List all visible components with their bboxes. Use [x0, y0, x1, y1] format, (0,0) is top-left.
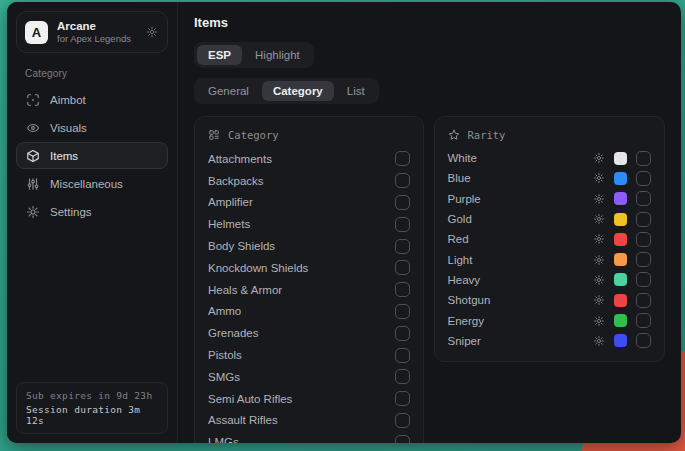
- page-title: Items: [194, 15, 665, 30]
- rarity-row-label: Blue: [448, 172, 584, 184]
- rarity-row-label: White: [448, 152, 584, 164]
- color-swatch[interactable]: [614, 314, 627, 327]
- checkbox[interactable]: [636, 272, 651, 287]
- sidebar-item-visuals[interactable]: Visuals: [16, 114, 168, 141]
- gear-icon[interactable]: [593, 335, 605, 347]
- rarity-row-label: Heavy: [448, 274, 584, 286]
- brand-title: Arcane: [57, 19, 131, 33]
- brand-card: A Arcane for Apex Legends: [16, 11, 168, 53]
- checkbox[interactable]: [395, 369, 410, 384]
- gear-icon[interactable]: [593, 315, 605, 327]
- checkbox[interactable]: [636, 212, 651, 227]
- gear-icon[interactable]: [593, 152, 605, 164]
- checkbox[interactable]: [636, 252, 651, 267]
- category-row-label: Helmets: [208, 218, 250, 230]
- color-swatch[interactable]: [614, 192, 627, 205]
- color-swatch[interactable]: [614, 294, 627, 307]
- category-row-label: Semi Auto Rifles: [208, 393, 292, 405]
- category-row: Attachments: [208, 148, 410, 170]
- rarity-row: Light: [448, 249, 651, 269]
- gear-icon[interactable]: [593, 274, 605, 286]
- color-swatch[interactable]: [614, 172, 627, 185]
- checkbox[interactable]: [636, 333, 651, 348]
- brand-subtitle: for Apex Legends: [57, 33, 131, 45]
- mode-tab[interactable]: Highlight: [244, 45, 311, 65]
- box-icon: [26, 149, 40, 163]
- category-row: Grenades: [208, 322, 410, 344]
- sidebar-item-items[interactable]: Items: [16, 142, 168, 169]
- session-duration-text: Session duration 3m 12s: [26, 404, 158, 426]
- checkbox[interactable]: [636, 171, 651, 186]
- category-row: Semi Auto Rifles: [208, 388, 410, 410]
- sidebar-item-aimbot[interactable]: Aimbot: [16, 86, 168, 113]
- rarity-row-label: Gold: [448, 213, 584, 225]
- color-swatch[interactable]: [614, 213, 627, 226]
- mode-tab[interactable]: ESP: [197, 45, 242, 65]
- sidebar-item-settings[interactable]: Settings: [16, 198, 168, 225]
- checkbox[interactable]: [636, 232, 651, 247]
- rarity-row: Blue: [448, 168, 651, 188]
- checkbox[interactable]: [395, 326, 410, 341]
- category-row-label: Pistols: [208, 349, 242, 361]
- view-tab[interactable]: General: [197, 81, 260, 101]
- checkbox[interactable]: [395, 435, 410, 443]
- brand-logo: A: [25, 21, 48, 44]
- gear-icon[interactable]: [593, 254, 605, 266]
- category-row-label: Grenades: [208, 327, 259, 339]
- view-tab[interactable]: List: [336, 81, 376, 101]
- checkbox[interactable]: [395, 195, 410, 210]
- star-icon: [448, 129, 460, 141]
- category-row-label: Ammo: [208, 305, 241, 317]
- checkbox[interactable]: [395, 239, 410, 254]
- sliders-icon: [26, 177, 40, 191]
- checkbox[interactable]: [636, 151, 651, 166]
- checkbox[interactable]: [395, 282, 410, 297]
- color-swatch[interactable]: [614, 253, 627, 266]
- rarity-row: Gold: [448, 209, 651, 229]
- gear-icon[interactable]: [593, 233, 605, 245]
- rarity-row-label: Purple: [448, 193, 584, 205]
- sidebar-section-label: Category: [25, 68, 168, 79]
- checkbox[interactable]: [636, 313, 651, 328]
- checkbox[interactable]: [636, 293, 651, 308]
- sidebar-item-label: Settings: [50, 206, 92, 218]
- rarity-row: Purple: [448, 189, 651, 209]
- main-content: Items ESP Highlight General Category Lis…: [178, 2, 681, 443]
- color-swatch[interactable]: [614, 334, 627, 347]
- sidebar-item-miscellaneous[interactable]: Miscellaneous: [16, 170, 168, 197]
- view-tabs: General Category List: [194, 78, 379, 104]
- color-swatch[interactable]: [614, 233, 627, 246]
- gear-icon[interactable]: [593, 213, 605, 225]
- category-row-label: Backpacks: [208, 175, 264, 187]
- category-row: Knockdown Shields: [208, 257, 410, 279]
- color-swatch[interactable]: [614, 273, 627, 286]
- rarity-row-label: Sniper: [448, 335, 584, 347]
- gear-icon[interactable]: [593, 193, 605, 205]
- view-tab[interactable]: Category: [262, 81, 334, 101]
- checkbox[interactable]: [395, 304, 410, 319]
- checkbox[interactable]: [636, 191, 651, 206]
- rarity-row: Heavy: [448, 270, 651, 290]
- checkbox[interactable]: [395, 348, 410, 363]
- checkbox[interactable]: [395, 391, 410, 406]
- panels: Category Attachments Backpacks: [194, 116, 665, 443]
- gear-icon[interactable]: [593, 294, 605, 306]
- color-swatch[interactable]: [614, 152, 627, 165]
- checkbox[interactable]: [395, 173, 410, 188]
- sidebar-item-label: Miscellaneous: [50, 178, 123, 190]
- checkbox[interactable]: [395, 260, 410, 275]
- gear-icon[interactable]: [593, 172, 605, 184]
- sidebar: A Arcane for Apex Legends Category Aimbo…: [7, 2, 178, 443]
- gear-icon[interactable]: [146, 26, 158, 38]
- category-row-label: Heals & Armor: [208, 284, 282, 296]
- checkbox[interactable]: [395, 217, 410, 232]
- rarity-row-label: Shotgun: [448, 294, 584, 306]
- checkbox[interactable]: [395, 413, 410, 428]
- category-row-label: Knockdown Shields: [208, 262, 308, 274]
- rarity-row: Red: [448, 229, 651, 249]
- category-row: Helmets: [208, 213, 410, 235]
- category-row: SMGs: [208, 366, 410, 388]
- crosshair-icon: [26, 93, 40, 107]
- checkbox[interactable]: [395, 151, 410, 166]
- category-row: Assault Rifles: [208, 410, 410, 432]
